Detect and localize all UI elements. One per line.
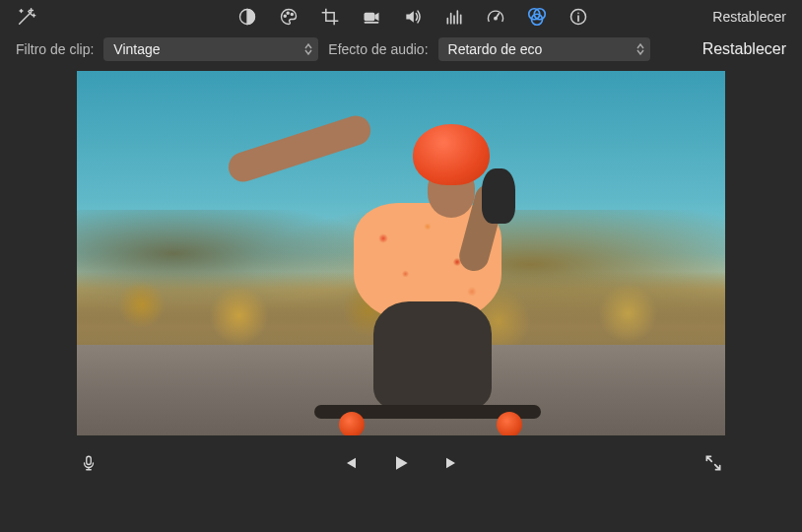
svg-point-6 [495, 17, 498, 20]
chevron-updown-icon [304, 43, 312, 55]
camera-icon[interactable] [361, 6, 382, 28]
audio-effect-label: Efecto de audio: [328, 41, 428, 57]
contrast-icon[interactable] [236, 6, 258, 28]
video-preview[interactable] [77, 71, 725, 435]
crop-icon[interactable] [319, 6, 341, 28]
adjust-toolbar: Restablecer [0, 0, 802, 32]
speedometer-icon[interactable] [485, 6, 506, 28]
svg-point-1 [285, 15, 287, 17]
svg-point-2 [288, 12, 290, 14]
preview-container [0, 71, 802, 435]
toolbar-right-group: Restablecer [712, 8, 786, 26]
clip-filter-select[interactable]: Vintage [103, 37, 318, 61]
controls-right-group [702, 451, 725, 475]
svg-rect-5 [365, 22, 379, 24]
chevron-updown-icon [636, 43, 644, 55]
svg-rect-4 [365, 13, 375, 21]
equalizer-icon[interactable] [443, 6, 465, 28]
controls-center-group [338, 451, 464, 475]
magic-wand-icon[interactable] [16, 6, 37, 28]
toolbar-left-group [16, 6, 37, 28]
volume-icon[interactable] [402, 6, 424, 28]
audio-effect-select[interactable]: Retardo de eco [438, 37, 650, 61]
playback-controls [0, 435, 802, 475]
clip-filter-value: Vintage [113, 41, 160, 57]
reset-button-top[interactable]: Restablecer [712, 9, 786, 25]
reset-button-filters[interactable]: Restablecer [702, 40, 786, 58]
palette-icon[interactable] [278, 6, 300, 28]
preview-scene-skater [285, 114, 541, 420]
toolbar-center-group [99, 6, 589, 28]
audio-effect-value: Retardo de eco [448, 41, 543, 57]
svg-rect-11 [87, 456, 92, 464]
filter-controls-row: Filtro de clip: Vintage Efecto de audio:… [0, 32, 802, 71]
controls-left-group [77, 451, 100, 475]
skip-forward-icon[interactable] [440, 451, 464, 475]
svg-point-3 [292, 13, 294, 15]
skip-back-icon[interactable] [338, 451, 362, 475]
clip-filter-label: Filtro de clip: [16, 41, 94, 57]
info-icon[interactable] [568, 6, 589, 28]
play-icon[interactable] [389, 451, 413, 475]
filter-icon[interactable] [526, 6, 548, 28]
fullscreen-icon[interactable] [702, 451, 725, 475]
microphone-icon[interactable] [77, 451, 100, 475]
